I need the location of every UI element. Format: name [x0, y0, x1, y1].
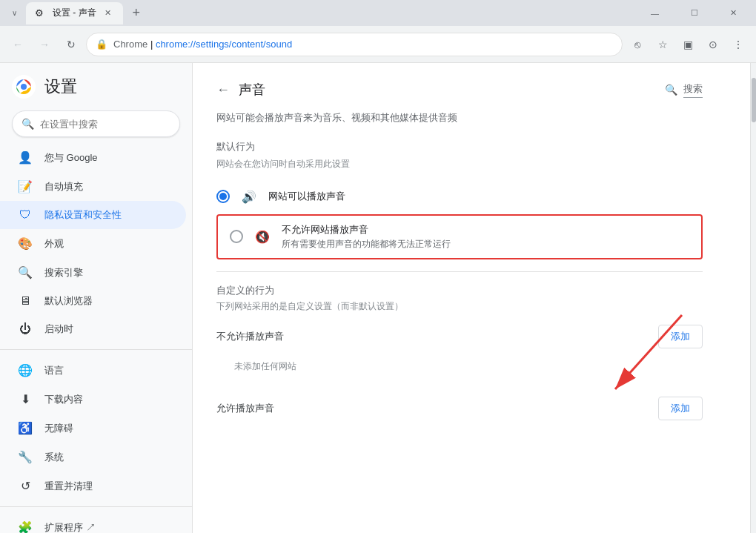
sidebar-header: 设置	[0, 63, 192, 105]
titlebar-left: ∨ ⚙ 设置 - 声音 ✕ +	[6, 2, 147, 24]
sidebar-item-label: 系统	[44, 451, 64, 464]
right-scrollbar[interactable]	[750, 63, 756, 533]
main-layout: 设置 🔍 👤 您与 Google 📝 自动填充 🛡 隐私设置和安全性 🎨 外观	[0, 63, 756, 533]
addressbar-actions: ⎋ ☆ ▣ ⊙ ⋮	[626, 33, 750, 56]
sidebar-item-label: 隐私设置和安全性	[44, 208, 122, 222]
person-icon: 👤	[18, 150, 33, 165]
minimize-button[interactable]: —	[638, 0, 672, 26]
sidebar-item-search[interactable]: 🔍 搜索引擎	[0, 258, 186, 287]
deny-sound-sub: 所有需要使用声音的功能都将无法正常运行	[282, 238, 451, 251]
svg-point-2	[21, 84, 27, 90]
bookmark-button[interactable]: ☆	[651, 33, 674, 56]
settings-title: 设置	[44, 76, 77, 98]
sidebar-item-label: 下载内容	[44, 393, 83, 406]
sidebar-item-label: 默认浏览器	[44, 294, 93, 308]
custom-section-title: 自定义的行为	[216, 284, 703, 297]
custom-section-sub: 下列网站采用的是自定义设置（而非默认设置）	[216, 300, 703, 313]
page-header: ← 声音 🔍 搜索	[216, 81, 703, 99]
globe-icon: 🌐	[18, 363, 33, 377]
deny-sound-radio[interactable]	[230, 230, 243, 243]
sidebar-item-extensions[interactable]: 🧩 扩展程序 ↗	[0, 513, 186, 533]
edit-icon: 📝	[18, 179, 33, 193]
page-title: 声音	[239, 81, 265, 99]
default-behavior-sub: 网站会在您访问时自动采用此设置	[216, 158, 703, 171]
reset-icon: ↺	[18, 479, 33, 493]
allow-list-section: 允许播放声音 添加	[216, 397, 703, 420]
active-tab[interactable]: ⚙ 设置 - 声音 ✕	[26, 2, 123, 24]
sidebar-nav: 👤 您与 Google 📝 自动填充 🛡 隐私设置和安全性 🎨 外观 🔍 搜索引…	[0, 143, 192, 533]
menu-button[interactable]: ⋮	[726, 33, 750, 56]
close-button[interactable]: ✕	[717, 0, 750, 26]
sidebar-item-label: 您与 Google	[44, 151, 98, 165]
sidebar-item-label: 启动时	[44, 322, 73, 336]
deny-list-header: 不允许播放声音 添加	[216, 325, 703, 348]
section-divider	[216, 271, 703, 272]
sidebar-item-language[interactable]: 🌐 语言	[0, 356, 186, 385]
sidebar-item-label: 自动填充	[44, 180, 83, 193]
new-tab-button[interactable]: +	[126, 3, 147, 24]
nav-divider	[0, 349, 192, 350]
browser-icon: 🖥	[18, 294, 33, 308]
deny-list-section: 不允许播放声音 添加 未添加任何网站	[216, 325, 703, 379]
sidebar-item-label: 搜索引擎	[44, 266, 83, 279]
chevron-icon[interactable]: ∨	[6, 6, 23, 20]
page-search: 🔍 搜索	[665, 82, 703, 98]
tab-title: 设置 - 声音	[53, 7, 96, 19]
sidebar-item-reset[interactable]: ↺ 重置并清理	[0, 471, 186, 500]
sidebar-item-label: 重置并清理	[44, 480, 93, 493]
palette-icon: 🎨	[18, 236, 33, 251]
deny-list-label: 不允许播放声音	[216, 330, 284, 343]
profile-button[interactable]: ⊙	[701, 33, 725, 56]
sound-off-icon: 🔇	[255, 230, 270, 244]
sidebar-item-label: 外观	[44, 237, 64, 251]
content-inner: ← 声音 🔍 搜索 网站可能会播放声音来为音乐、视频和其他媒体提供音频 默认行为…	[193, 63, 726, 456]
allow-list-label: 允许播放声音	[216, 402, 274, 415]
search-icon: 🔍	[18, 265, 33, 279]
tab-close-button[interactable]: ✕	[102, 7, 114, 19]
sidebar-item-appearance[interactable]: 🎨 外观	[0, 229, 186, 258]
url-path: chrome://settings/content/sound	[156, 39, 292, 50]
sidebar-item-startup[interactable]: ⏻ 启动时	[0, 315, 186, 343]
search-input[interactable]	[40, 119, 170, 130]
refresh-button[interactable]: ↻	[59, 33, 83, 56]
share-button[interactable]: ⎋	[626, 33, 649, 56]
content-area: ← 声音 🔍 搜索 网站可能会播放声音来为音乐、视频和其他媒体提供音频 默认行为…	[193, 63, 750, 533]
back-button[interactable]: ←	[6, 33, 30, 56]
sound-on-icon: 🔊	[242, 190, 256, 204]
deny-sound-option-highlighted[interactable]: 🔇 不允许网站播放声音 所有需要使用声音的功能都将无法正常运行	[216, 214, 703, 259]
sidebar-item-downloads[interactable]: ⬇ 下载内容	[0, 385, 186, 414]
deny-sound-label: 不允许网站播放声音	[282, 223, 451, 236]
allow-list-add-button[interactable]: 添加	[658, 397, 703, 420]
sidebar-item-system[interactable]: 🔧 系统	[0, 443, 186, 471]
wrench-icon: 🔧	[18, 450, 33, 464]
allow-sound-radio[interactable]	[216, 190, 230, 203]
sidebar-item-privacy[interactable]: 🛡 隐私设置和安全性	[0, 201, 186, 229]
extensions-button[interactable]: ▣	[676, 33, 700, 56]
deny-sound-label-group: 不允许网站播放声音 所有需要使用声音的功能都将无法正常运行	[282, 223, 451, 251]
sidebar-search[interactable]: 🔍	[12, 110, 180, 137]
search-icon: 🔍	[665, 84, 677, 96]
allow-list-header: 允许播放声音 添加	[216, 397, 703, 420]
search-icon: 🔍	[21, 118, 34, 130]
lock-icon: 🔒	[96, 39, 107, 50]
scrollbar-thumb	[752, 78, 756, 122]
page-header-left: ← 声音	[216, 81, 265, 99]
sidebar-item-label: 无障碍	[44, 422, 73, 435]
allow-sound-option[interactable]: 🔊 网站可以播放声音	[216, 182, 703, 211]
sidebar-item-label: 扩展程序 ↗	[44, 521, 96, 534]
sidebar-item-google[interactable]: 👤 您与 Google	[0, 143, 186, 172]
sidebar-item-autofill[interactable]: 📝 自动填充	[0, 172, 186, 201]
deny-list-add-button[interactable]: 添加	[658, 325, 703, 348]
back-button[interactable]: ←	[216, 82, 230, 98]
deny-list-empty: 未添加任何网站	[216, 354, 703, 379]
accessibility-icon: ♿	[18, 421, 33, 435]
sidebar-item-accessibility[interactable]: ♿ 无障碍	[0, 414, 186, 443]
forward-button[interactable]: →	[33, 33, 56, 56]
address-bar[interactable]: 🔒 Chrome | chrome://settings/content/sou…	[86, 33, 623, 56]
addressbar: ← → ↻ 🔒 Chrome | chrome://settings/conte…	[0, 26, 756, 63]
url-separator: |	[150, 39, 156, 50]
sidebar-item-browser[interactable]: 🖥 默认浏览器	[0, 287, 186, 315]
download-icon: ⬇	[18, 392, 33, 406]
maximize-button[interactable]: ☐	[677, 0, 711, 26]
chrome-label: Chrome	[113, 39, 147, 50]
